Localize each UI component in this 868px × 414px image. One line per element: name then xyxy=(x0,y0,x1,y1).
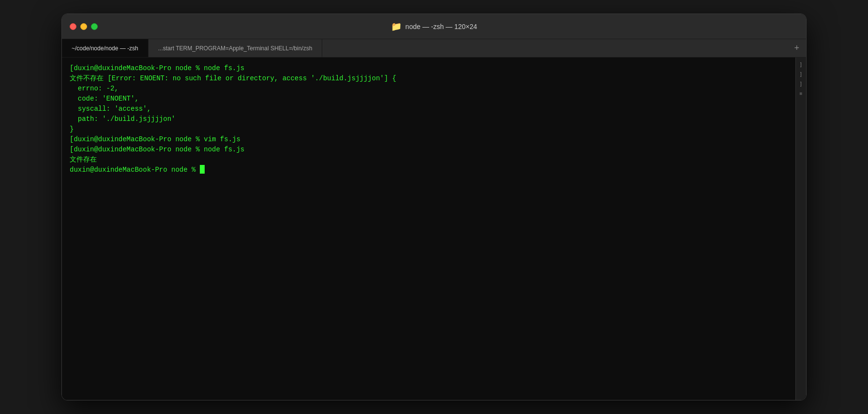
folder-icon: 📁 xyxy=(391,21,402,32)
terminal-body[interactable]: [duxin@duxindeMacBook-Pro node % node fs… xyxy=(62,58,806,400)
terminal-line-9: 文件存在 xyxy=(70,155,798,165)
terminal-line-2: errno: -2, xyxy=(70,84,798,94)
terminal-prompt: duxin@duxindeMacBook-Pro node % xyxy=(70,166,200,174)
terminal-line-7: [duxin@duxindeMacBook-Pro node % vim fs.… xyxy=(70,134,798,145)
terminal-window: 📁 node — -zsh — 120×24 ~/code/node/node … xyxy=(61,14,807,400)
tab-add-button[interactable]: + xyxy=(787,39,806,57)
tab-0[interactable]: ~/code/node/node — -zsh xyxy=(62,39,149,57)
sidebar-mid-bracket: ] xyxy=(797,70,805,78)
sidebar-top-bracket: ] xyxy=(797,60,805,68)
close-button[interactable] xyxy=(70,23,76,30)
terminal-line-5: path: './build.jsjjjjon' xyxy=(70,114,798,124)
terminal-line-8: [duxin@duxindeMacBook-Pro node % node fs… xyxy=(70,145,798,155)
terminal-content: [duxin@duxindeMacBook-Pro node % node fs… xyxy=(70,63,798,175)
tab-1[interactable]: ...start TERM_PROGRAM=Apple_Terminal SHE… xyxy=(149,39,323,57)
sidebar-menu-icon[interactable]: ≡ xyxy=(797,89,805,97)
titlebar-center: 📁 node — -zsh — 120×24 xyxy=(391,21,477,32)
sidebar-bottom-bracket: ] xyxy=(797,80,805,88)
terminal-line-6: } xyxy=(70,124,798,134)
tab-0-label: ~/code/node/node — -zsh xyxy=(72,45,138,52)
sidebar-controls: ] ] ] ≡ xyxy=(795,58,806,400)
terminal-line-0: [duxin@duxindeMacBook-Pro node % node fs… xyxy=(70,63,798,74)
terminal-cursor xyxy=(200,165,205,174)
terminal-line-3: code: 'ENOENT', xyxy=(70,94,798,104)
tabs-bar: ~/code/node/node — -zsh ...start TERM_PR… xyxy=(62,39,806,58)
tab-add-icon: + xyxy=(794,43,799,53)
terminal-line-1: 文件不存在 [Error: ENOENT: no such file or di… xyxy=(70,74,798,84)
window-title: node — -zsh — 120×24 xyxy=(405,23,477,30)
terminal-line-10: duxin@duxindeMacBook-Pro node % xyxy=(70,165,798,175)
minimize-button[interactable] xyxy=(80,23,87,30)
terminal-line-4: syscall: 'access', xyxy=(70,104,798,114)
traffic-lights xyxy=(62,23,98,30)
tab-1-label: ...start TERM_PROGRAM=Apple_Terminal SHE… xyxy=(158,45,313,52)
titlebar: 📁 node — -zsh — 120×24 xyxy=(62,14,806,39)
maximize-button[interactable] xyxy=(91,23,98,30)
